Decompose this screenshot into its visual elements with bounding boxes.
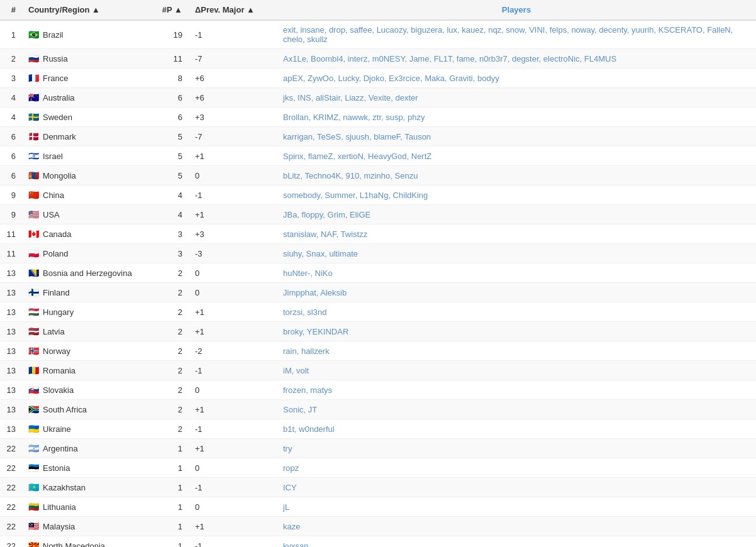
flag-icon: 🇦🇺 [28,92,39,102]
num-players-cell: 2 [154,322,189,341]
country-cell: 🇦🇷Argentina [22,439,154,458]
rank-cell: 4 [0,108,22,127]
country-name: Latvia [43,327,65,336]
country-name: Malaysia [43,522,75,531]
delta-header[interactable]: ΔPrev. Major ▲ [189,0,277,20]
flag-icon: 🇰🇿 [28,482,39,492]
rank-cell: 22 [0,536,22,548]
flag-icon: 🇱🇻 [28,326,39,336]
rank-cell: 13 [0,380,22,400]
num-players-header[interactable]: #P ▲ [154,0,189,20]
country-name: Canada [43,229,72,239]
delta-cell: +1 [189,205,277,224]
table-row: 13🇫🇮Finland20Jimpphat, Aleksib [0,283,756,302]
num-players-cell: 3 [154,244,189,263]
players-cell: ICY [277,478,756,497]
num-players-cell: 1 [154,478,189,497]
country-name: China [43,191,64,200]
table-row: 22🇲🇰North Macedonia1-1kyxsan [0,536,756,548]
table-row: 13🇧🇦Bosnia and Herzegovina20huNter-, NiK… [0,263,756,283]
players-cell: ropz [277,458,756,478]
table-row: 11🇵🇱Poland3-3siuhy, Snax, ultimate [0,244,756,263]
country-cell: 🇲🇳Mongolia [22,166,154,185]
country-cell: 🇧🇦Bosnia and Herzegovina [22,263,154,283]
players-cell: karrigan, TeSeS, sjuush, blameF, Tauson [277,127,756,146]
country-name: Romania [43,366,75,375]
num-players-cell: 4 [154,205,189,224]
flag-icon: 🇸🇪 [28,112,39,122]
flag-icon: 🇷🇴 [28,365,39,375]
flag-icon: 🇲🇾 [28,521,39,531]
country-cell: 🇸🇪Sweden [22,108,154,127]
country-cell: 🇱🇹Lithuania [22,497,154,517]
rank-cell: 9 [0,185,22,205]
players-cell: broky, YEKINDAR [277,322,756,341]
country-cell: 🇱🇻Latvia [22,322,154,341]
num-players-cell: 6 [154,108,189,127]
players-cell: try [277,439,756,458]
table-row: 3🇫🇷France8+6apEX, ZywOo, Lucky, Djoko, E… [0,69,756,88]
country-name: Norway [43,346,70,356]
country-cell: 🇷🇺Russia [22,49,154,69]
country-name: South Africa [43,405,87,414]
country-cell: 🇭🇺Hungary [22,302,154,322]
players-cell: b1t, w0nderful [277,419,756,439]
players-cell: siuhy, Snax, ultimate [277,244,756,263]
country-cell: 🇷🇴Romania [22,361,154,380]
num-players-cell: 2 [154,263,189,283]
delta-cell: +1 [189,302,277,322]
flag-icon: 🇸🇰 [28,385,39,395]
table-header: # Country/Region ▲ #P ▲ ΔPrev. Major ▲ P… [0,0,756,20]
country-name: USA [43,210,60,219]
table-row: 22🇰🇿Kazakhstan1-1ICY [0,478,756,497]
players-cell: bLitz, Techno4K, 910, mzinho, Senzu [277,166,756,185]
country-name: North Macedonia [43,541,105,547]
delta-cell: +3 [189,108,277,127]
country-cell: 🇫🇮Finland [22,283,154,302]
table-row: 13🇿🇦South Africa2+1Sonic, JT [0,400,756,419]
players-cell: apEX, ZywOo, Lucky, Djoko, Ex3rcice, Mak… [277,69,756,88]
rankings-table: # Country/Region ▲ #P ▲ ΔPrev. Major ▲ P… [0,0,756,547]
rank-cell: 22 [0,439,22,458]
num-players-cell: 1 [154,536,189,548]
delta-cell: 0 [189,458,277,478]
rank-cell: 11 [0,244,22,263]
country-name: France [43,74,68,83]
table-row: 22🇱🇹Lithuania10jL [0,497,756,517]
country-name: Denmark [43,132,76,141]
rank-header[interactable]: # [0,0,22,20]
rank-cell: 1 [0,20,22,49]
players-cell: kaze [277,517,756,536]
country-name: Poland [43,249,68,258]
num-players-cell: 2 [154,302,189,322]
rank-cell: 22 [0,497,22,517]
country-cell: 🇮🇱Israel [22,146,154,166]
num-players-cell: 5 [154,127,189,146]
rank-cell: 4 [0,88,22,108]
players-cell: kyxsan [277,536,756,548]
players-cell: somebody, Summer, L1haNg, ChildKing [277,185,756,205]
table-row: 4🇸🇪Sweden6+3Brollan, KRIMZ, nawwk, ztr, … [0,108,756,127]
rank-cell: 13 [0,322,22,341]
players-cell: huNter-, NiKo [277,263,756,283]
delta-cell: 0 [189,166,277,185]
table-row: 22🇪🇪Estonia10ropz [0,458,756,478]
delta-cell: -7 [189,127,277,146]
players-cell: Ax1Le, Boombl4, interz, m0NESY, Jame, FL… [277,49,756,69]
delta-cell: +6 [189,88,277,108]
country-header[interactable]: Country/Region ▲ [22,0,154,20]
rank-cell: 13 [0,419,22,439]
delta-cell: -1 [189,185,277,205]
country-cell: 🇸🇰Slovakia [22,380,154,400]
flag-icon: 🇩🇰 [28,131,39,141]
delta-cell: -3 [189,244,277,263]
country-cell: 🇨🇳China [22,185,154,205]
players-cell: Sonic, JT [277,400,756,419]
flag-icon: 🇨🇳 [28,190,39,200]
table-row: 6🇲🇳Mongolia50bLitz, Techno4K, 910, mzinh… [0,166,756,185]
delta-cell: -1 [189,536,277,548]
flag-icon: 🇿🇦 [28,404,39,414]
rank-cell: 22 [0,478,22,497]
flag-icon: 🇪🇪 [28,463,39,473]
delta-cell: +1 [189,146,277,166]
